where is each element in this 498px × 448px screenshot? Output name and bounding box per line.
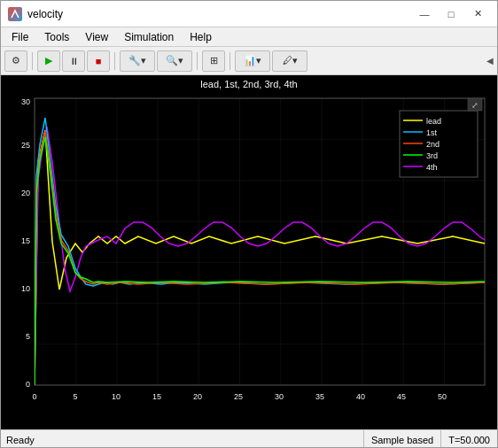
app-icon — [8, 7, 22, 21]
sample-based-badge: Sample based — [363, 430, 440, 448]
menu-file[interactable]: File — [4, 29, 35, 45]
property-button[interactable]: 📊▾ — [235, 50, 270, 72]
title-bar: velocity — □ ✕ — [1, 1, 497, 27]
x-label-15: 15 — [152, 392, 161, 401]
separator-2 — [114, 52, 115, 70]
toolbar: ⚙ ▶ ⏸ ■ 🔧▾ 🔍▾ ⊞ 📊▾ 🖊▾ ◀ — [1, 47, 497, 75]
legend-3rd-label: 3rd — [426, 151, 438, 160]
x-label-40: 40 — [356, 392, 365, 401]
separator-3 — [197, 52, 198, 70]
insert-button[interactable]: 🖊▾ — [272, 50, 307, 72]
settings-button[interactable]: ⚙ — [4, 50, 27, 72]
x-label-45: 45 — [397, 392, 406, 401]
menu-tools[interactable]: Tools — [37, 29, 76, 45]
maximize-button[interactable]: □ — [439, 5, 463, 23]
chart-svg: 0 5 10 15 20 25 30 0 5 10 15 20 25 30 35… — [1, 91, 498, 412]
legend-lead-label: lead — [426, 117, 441, 126]
status-right: Sample based T=50.000 — [363, 430, 497, 448]
plot-area: lead, 1st, 2nd, 3rd, 4th 0 5 10 15 20 25… — [1, 75, 497, 429]
x-label-50: 50 — [438, 392, 447, 401]
x-label-5: 5 — [73, 392, 77, 401]
x-label-20: 20 — [193, 392, 202, 401]
pause-button[interactable]: ⏸ — [62, 50, 85, 72]
separator-4 — [230, 52, 230, 70]
legend-2nd-label: 2nd — [426, 140, 440, 149]
y-label-5: 5 — [26, 332, 30, 341]
x-label-25: 25 — [234, 392, 243, 401]
tools-button[interactable]: 🔧▾ — [120, 50, 155, 72]
close-button[interactable]: ✕ — [465, 5, 490, 23]
y-label-25: 25 — [21, 141, 30, 150]
status-bar: Ready Sample based T=50.000 — [1, 429, 497, 448]
x-label-30: 30 — [275, 392, 284, 401]
x-label-0: 0 — [32, 392, 36, 401]
stop-button[interactable]: ■ — [87, 50, 110, 72]
run-button[interactable]: ▶ — [37, 50, 60, 72]
fit-button[interactable]: ⊞ — [202, 50, 225, 72]
x-label-35: 35 — [315, 392, 324, 401]
menu-help[interactable]: Help — [183, 29, 219, 45]
menu-view[interactable]: View — [78, 29, 115, 45]
y-label-30: 30 — [21, 97, 30, 106]
menu-bar: File Tools View Simulation Help — [1, 27, 497, 47]
legend-4th-label: 4th — [426, 163, 438, 172]
menu-simulation[interactable]: Simulation — [117, 29, 181, 45]
minimize-button[interactable]: — — [412, 5, 437, 23]
svg-text:⤢: ⤢ — [471, 101, 479, 110]
zoom-button[interactable]: 🔍▾ — [157, 50, 192, 72]
y-label-10: 10 — [21, 284, 30, 293]
status-ready-text: Ready — [1, 435, 363, 445]
time-badge: T=50.000 — [440, 430, 497, 448]
chart-title: lead, 1st, 2nd, 3rd, 4th — [1, 75, 497, 91]
y-label-15: 15 — [21, 236, 30, 245]
x-label-10: 10 — [112, 392, 121, 401]
separator-1 — [32, 52, 33, 70]
dock-button[interactable]: ◀ — [486, 56, 494, 66]
window-title: velocity — [27, 8, 412, 20]
y-label-20: 20 — [21, 189, 30, 197]
legend-1st-label: 1st — [426, 128, 438, 137]
y-label-0: 0 — [26, 380, 30, 389]
window-controls: — □ ✕ — [412, 5, 490, 23]
